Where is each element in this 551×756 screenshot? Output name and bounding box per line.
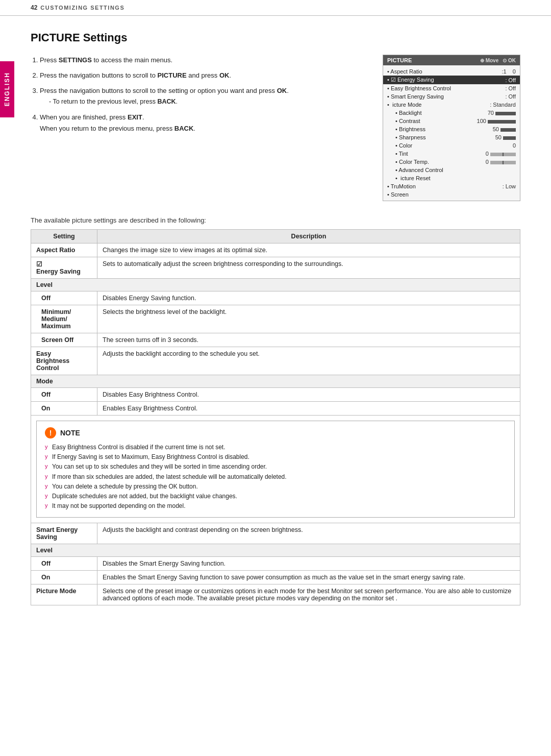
menu-row-advanced-control: • Advanced Control <box>387 166 516 174</box>
col-header-setting: Setting <box>31 230 97 243</box>
note-icon: ! <box>45 427 56 438</box>
description-intro: The available picture settings are descr… <box>31 216 520 224</box>
english-tab: ENGLISH <box>0 61 14 117</box>
menu-row-color: • Color 0 <box>387 141 516 150</box>
row-on-smart: On Enables the Smart Energy Saving funct… <box>31 571 520 584</box>
menu-row-screen: • Screen <box>387 190 516 199</box>
row-min-med-max: Minimum/Medium/Maximum Selects the brigh… <box>31 305 520 333</box>
section-title: PICTURE Settings <box>31 31 520 44</box>
menu-row-brightness: • Brightness 50 <box>387 125 516 133</box>
setting-on-easy: On <box>31 402 97 416</box>
desc-energy-saving: Sets to automatically adjust the screen … <box>97 257 520 279</box>
note-cell: ! NOTE Easy Brightness Control is disabl… <box>31 416 520 523</box>
top-bar-title: CUSTOMIZING SETTINGS <box>40 5 124 11</box>
picture-menu-controls: ⊕ Move ⊙ OK <box>480 58 516 63</box>
page-number: 42 <box>31 4 37 11</box>
menu-row-picture-mode: • icture Mode : Standard <box>387 101 516 109</box>
desc-on-easy: Enables Easy Brightness Control. <box>97 402 520 416</box>
row-on-easy: On Enables Easy Brightness Control. <box>31 402 520 416</box>
row-easy-brightness: EasyBrightnessControl Adjusts the backli… <box>31 347 520 375</box>
desc-smart-energy: Adjusts the backlight and contrast depen… <box>97 523 520 544</box>
setting-off-easy: Off <box>31 388 97 402</box>
sub-label-mode: Mode <box>31 375 520 388</box>
note-item-5: You can delete a schedule by pressing th… <box>45 482 506 492</box>
note-item-2: If Energy Saving is set to Maximum, Easy… <box>45 452 506 462</box>
desc-off-easy: Disables Easy Brightness Control. <box>97 388 520 402</box>
setting-off-energy: Off <box>31 291 97 305</box>
row-off-energy: Off Disables Energy Saving function. <box>31 291 520 305</box>
desc-min-med-max: Selects the brightness level of the back… <box>97 305 520 333</box>
setting-picture-mode: Picture Mode <box>31 584 97 605</box>
row-energy-saving: ☑Energy Saving Sets to automatically adj… <box>31 257 520 279</box>
row-level-smart-header: Level <box>31 544 520 557</box>
desc-easy-brightness: Adjusts the backlight according to the s… <box>97 347 520 375</box>
menu-row-sharpness: • Sharpness 50 <box>387 133 516 141</box>
menu-row-easy-brightness: • Easy Brightness Control : Off <box>387 84 516 92</box>
picture-menu-header: PICTURE ⊕ Move ⊙ OK <box>383 55 520 65</box>
note-item-7: It may not be supported depending on the… <box>45 501 506 511</box>
sub-label-level-smart: Level <box>31 544 520 557</box>
picture-menu-body: • Aspect Ratio :1 0 • ☑ Energy Saving : … <box>383 65 520 201</box>
setting-aspect-ratio: Aspect Ratio <box>31 243 97 257</box>
desc-on-smart: Enables the Smart Energy Saving function… <box>97 571 520 584</box>
row-off-easy: Off Disables Easy Brightness Control. <box>31 388 520 402</box>
row-level-header: Level <box>31 279 520 291</box>
desc-off-energy: Disables Energy Saving function. <box>97 291 520 305</box>
note-item-6: Duplicate schedules are not added, but t… <box>45 492 506 501</box>
menu-row-smart-energy: • Smart Energy Saving : Off <box>387 92 516 101</box>
note-item-1: Easy Brightness Control is disabled if t… <box>45 443 506 452</box>
setting-screen-off: Screen Off <box>31 333 97 347</box>
row-off-smart: Off Disables the Smart Energy Saving fun… <box>31 557 520 571</box>
desc-off-smart: Disables the Smart Energy Saving functio… <box>97 557 520 571</box>
row-mode-header: Mode <box>31 375 520 388</box>
note-item-3: You can set up to six schedules and they… <box>45 462 506 472</box>
menu-row-trumotion: • TruMotion : Low <box>387 182 516 190</box>
menu-row-aspect-ratio: • Aspect Ratio :1 0 <box>387 67 516 76</box>
desc-picture-mode: Selects one of the preset image or custo… <box>97 584 520 605</box>
instruction-4: When you are finished, press EXIT. When … <box>40 112 367 134</box>
settings-table: Setting Description Aspect Ratio Changes… <box>31 229 520 605</box>
instruction-1: Press SETTINGS to access the main menus. <box>40 55 367 66</box>
main-content: PICTURE Settings Press SETTINGS to acces… <box>0 16 551 621</box>
menu-row-picture-reset: • icture Reset <box>387 174 516 182</box>
row-picture-mode: Picture Mode Selects one of the preset i… <box>31 584 520 605</box>
menu-row-contrast: • Contrast 100 <box>387 117 516 125</box>
menu-row-energy-saving: • ☑ Energy Saving : Off <box>383 76 520 84</box>
setting-off-smart: Off <box>31 557 97 571</box>
menu-row-color-temp: • Color Temp. 0 <box>387 158 516 166</box>
instructions: Press SETTINGS to access the main menus.… <box>31 55 367 201</box>
setting-easy-brightness: EasyBrightnessControl <box>31 347 97 375</box>
sub-label-level: Level <box>31 279 520 291</box>
setting-min-med-max: Minimum/Medium/Maximum <box>31 305 97 333</box>
row-smart-energy: Smart EnergySaving Adjusts the backlight… <box>31 523 520 544</box>
row-screen-off: Screen Off The screen turns off in 3 sec… <box>31 333 520 347</box>
instruction-2: Press the navigation buttons to scroll t… <box>40 70 367 81</box>
top-section: Press SETTINGS to access the main menus.… <box>31 55 520 201</box>
setting-energy-saving: ☑Energy Saving <box>31 257 97 279</box>
desc-aspect-ratio: Changes the image size to view images at… <box>97 243 520 257</box>
col-header-description: Description <box>97 230 520 243</box>
note-list: Easy Brightness Control is disabled if t… <box>45 443 506 511</box>
menu-row-tint: • Tint 0 <box>387 150 516 158</box>
desc-screen-off: The screen turns off in 3 seconds. <box>97 333 520 347</box>
row-aspect-ratio: Aspect Ratio Changes the image size to v… <box>31 243 520 257</box>
note-title: NOTE <box>60 429 80 437</box>
top-bar: 42 CUSTOMIZING SETTINGS <box>0 0 551 16</box>
setting-smart-energy: Smart EnergySaving <box>31 523 97 544</box>
instruction-3: Press the navigation buttons to scroll t… <box>40 85 367 107</box>
note-header: ! NOTE <box>45 427 506 438</box>
note-item-4: If more than six schedules are added, th… <box>45 472 506 482</box>
row-note: ! NOTE Easy Brightness Control is disabl… <box>31 416 520 523</box>
menu-row-backlight: • Backlight 70 <box>387 109 516 117</box>
setting-on-smart: On <box>31 571 97 584</box>
picture-menu: PICTURE ⊕ Move ⊙ OK • Aspect Ratio :1 0 … <box>383 55 520 201</box>
note-box: ! NOTE Easy Brightness Control is disabl… <box>36 421 515 518</box>
picture-menu-title: PICTURE <box>387 57 412 63</box>
